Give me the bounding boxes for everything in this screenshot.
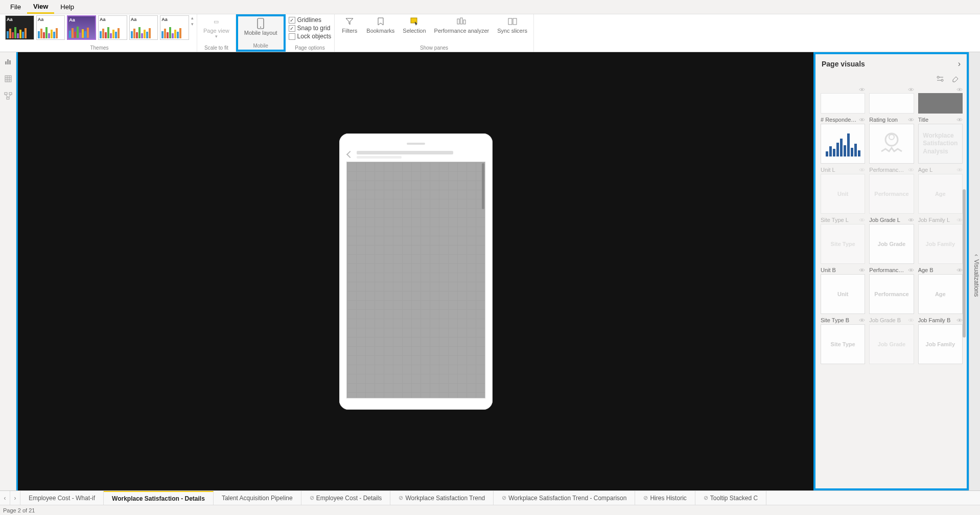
visibility-icon[interactable] <box>956 167 963 172</box>
visual-thumbnail[interactable]: Site Type <box>821 224 865 264</box>
visibility-icon[interactable] <box>859 217 865 222</box>
visibility-icon[interactable] <box>908 117 914 122</box>
visibility-icon[interactable] <box>956 267 963 273</box>
theme-5[interactable]: Aa <box>129 15 158 40</box>
menu-help[interactable]: Help <box>54 1 80 13</box>
visual-item[interactable]: TitleWorkplaceSatisfactionAnalysis <box>918 117 963 164</box>
phone-header <box>346 151 485 162</box>
visibility-icon[interactable] <box>859 167 865 172</box>
report-tab[interactable]: ⊘Workplace Satisfaction Trend - Comparis… <box>494 491 635 505</box>
report-tab[interactable]: ⊘Tooltip Stacked C <box>695 491 766 505</box>
visual-thumbnail[interactable]: Job Family <box>918 224 963 264</box>
gridlines-checkbox[interactable]: Gridlines <box>289 16 332 24</box>
visibility-icon[interactable] <box>859 267 865 273</box>
visual-item[interactable]: Rating Icon <box>869 117 914 164</box>
visual-thumbnail[interactable]: Performance <box>869 274 914 314</box>
visibility-icon[interactable] <box>908 318 914 323</box>
selection-button[interactable]: Selection <box>400 15 429 35</box>
mobile-layout-button[interactable]: Mobile layout <box>241 17 281 37</box>
report-tab[interactable]: Workplace Satisfaction - Details <box>104 491 214 505</box>
chevron-right-icon[interactable]: › <box>958 59 961 69</box>
visibility-icon[interactable] <box>908 267 914 273</box>
visual-item[interactable]: Site Type BSite Type <box>821 317 865 364</box>
svg-point-36 <box>959 219 960 221</box>
visual-item[interactable]: Unit BUnit <box>821 267 865 314</box>
visibility-icon[interactable] <box>908 87 914 92</box>
settings-icon[interactable] <box>936 75 944 83</box>
visual-thumbnail[interactable]: Job Family <box>918 324 963 364</box>
visibility-icon[interactable] <box>908 217 914 222</box>
report-tab[interactable]: ⊘Hires Historic <box>635 491 695 505</box>
visual-thumbnail[interactable]: Age <box>918 274 963 314</box>
lock-checkbox[interactable]: Lock objects <box>289 33 332 40</box>
visual-thumbnail[interactable]: Unit <box>821 174 865 214</box>
visibility-icon[interactable] <box>859 318 865 323</box>
theme-4[interactable]: Aa <box>98 15 127 40</box>
visual-item[interactable] <box>918 87 963 114</box>
visual-thumbnail[interactable] <box>869 124 914 164</box>
visual-item[interactable]: Performance BPerformance <box>869 267 914 314</box>
visual-thumbnail[interactable]: WorkplaceSatisfactionAnalysis <box>918 124 963 164</box>
eraser-icon[interactable] <box>951 75 960 83</box>
report-tab[interactable]: Employee Cost - What-if <box>20 491 104 505</box>
visibility-icon[interactable] <box>956 318 963 323</box>
theme-3[interactable]: Aa <box>67 15 96 40</box>
report-view-icon[interactable] <box>4 57 12 65</box>
visual-item[interactable]: Age BAge <box>918 267 963 314</box>
report-tab[interactable]: ⊘Workplace Satisfaction Trend <box>390 491 494 505</box>
visibility-icon[interactable] <box>859 117 865 122</box>
visualizations-collapsed-pane[interactable]: ‹ Visualizations <box>969 52 980 490</box>
tab-next[interactable]: › <box>10 491 20 505</box>
tab-prev[interactable]: ‹ <box>0 491 10 505</box>
visual-item[interactable] <box>869 87 914 114</box>
visual-thumbnail[interactable] <box>918 93 963 114</box>
bookmarks-button[interactable]: Bookmarks <box>363 15 398 35</box>
pane-scrollbar[interactable] <box>963 189 966 338</box>
visual-thumbnail[interactable]: Job Grade <box>869 224 914 264</box>
pane-title: Page visuals <box>822 60 865 68</box>
visual-item[interactable]: Job Family BJob Family <box>918 317 963 364</box>
visual-item[interactable]: Unit LUnit <box>821 167 865 214</box>
filters-button[interactable]: Filters <box>338 15 361 35</box>
visual-item[interactable]: Job Grade LJob Grade <box>869 217 914 264</box>
visual-thumbnail[interactable]: Site Type <box>821 324 865 364</box>
data-view-icon[interactable] <box>4 75 12 83</box>
sync-slicers-button[interactable]: Sync slicers <box>494 15 530 35</box>
visibility-icon[interactable] <box>908 167 914 172</box>
svg-point-32 <box>910 169 912 171</box>
visual-item[interactable]: Job Grade BJob Grade <box>869 317 914 364</box>
visibility-icon[interactable] <box>859 87 865 92</box>
theme-2[interactable]: Aa <box>36 15 65 40</box>
visual-item[interactable] <box>821 87 865 114</box>
visual-item[interactable]: Age LAge <box>918 167 963 214</box>
ribbon: Aa Aa Aa Aa Aa Aa ▴▾ Themes ▭Page view▾ … <box>0 14 980 52</box>
visual-item[interactable]: Site Type LSite Type <box>821 217 865 264</box>
menu-file[interactable]: File <box>4 1 27 13</box>
visual-thumbnail[interactable]: Unit <box>821 274 865 314</box>
visibility-icon[interactable] <box>956 217 963 222</box>
mobile-layout-grid[interactable] <box>346 162 485 398</box>
hidden-icon: ⊘ <box>310 495 314 501</box>
visual-thumbnail[interactable] <box>869 93 914 114</box>
model-view-icon[interactable] <box>4 92 12 100</box>
hidden-icon: ⊘ <box>399 495 403 501</box>
visual-thumbnail[interactable]: Age <box>918 174 963 214</box>
visual-item[interactable]: # Respondents a... <box>821 117 865 164</box>
visibility-icon[interactable] <box>956 87 963 92</box>
visual-item[interactable]: Performance LPerformance <box>869 167 914 214</box>
report-tab[interactable]: ⊘Employee Cost - Details <box>301 491 391 505</box>
snap-checkbox[interactable]: Snap to grid <box>289 25 332 32</box>
phone-scrollbar[interactable] <box>482 163 484 209</box>
visual-thumbnail[interactable]: Performance <box>869 174 914 214</box>
theme-6[interactable]: Aa <box>160 15 189 40</box>
visual-item[interactable]: Job Family LJob Family <box>918 217 963 264</box>
visibility-icon[interactable] <box>956 117 963 122</box>
theme-1[interactable]: Aa <box>5 15 34 40</box>
perf-analyzer-button[interactable]: Performance analyzer <box>431 15 493 35</box>
canvas[interactable] <box>16 52 813 490</box>
menu-view[interactable]: View <box>27 1 54 14</box>
visual-thumbnail[interactable] <box>821 124 865 164</box>
visual-thumbnail[interactable] <box>821 93 865 114</box>
visual-thumbnail[interactable]: Job Grade <box>869 324 914 364</box>
report-tab[interactable]: Talent Acquisition Pipeline <box>214 491 301 505</box>
